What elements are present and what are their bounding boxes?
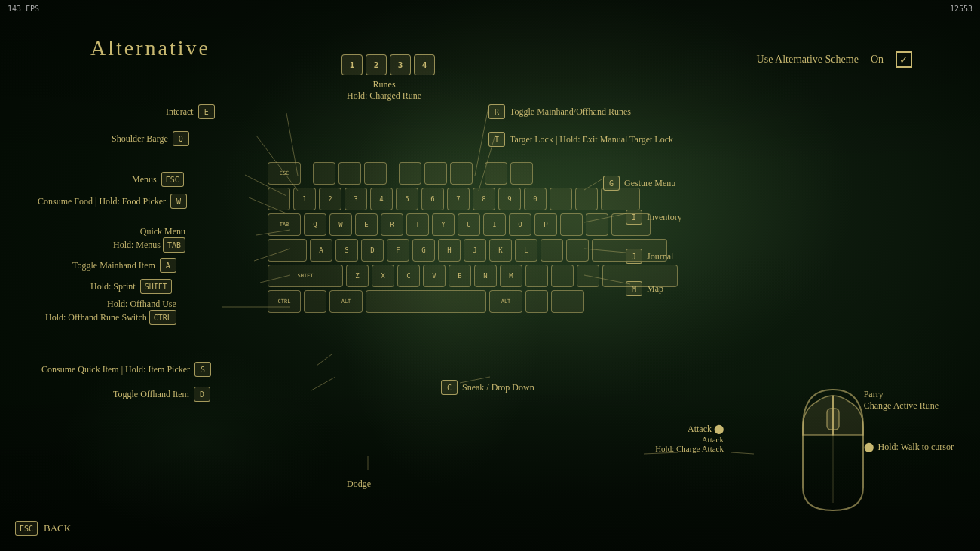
key-badge-a: A	[160, 258, 176, 273]
key-badge-esc-back: ESC	[15, 521, 38, 536]
key-w: W	[329, 213, 352, 236]
key-space	[366, 290, 486, 313]
key-0: 0	[524, 188, 547, 210]
key-e: E	[355, 213, 378, 236]
key-semicolon	[541, 239, 563, 262]
key-3: 3	[345, 188, 367, 210]
key-badge-t: T	[488, 132, 505, 147]
key-rbracket	[586, 213, 608, 236]
toggle-on-label: On	[871, 54, 884, 66]
annotation-j-journal: J Journal	[626, 249, 673, 264]
key-b: B	[449, 265, 471, 287]
key-6: 6	[421, 188, 444, 210]
key-k: K	[489, 239, 512, 262]
score-counter: 12553	[950, 5, 972, 13]
annotation-menus: Menus ESC	[132, 172, 184, 187]
key-f8	[510, 162, 533, 185]
key-backspace	[601, 188, 640, 210]
key-tab: TAB	[268, 213, 301, 236]
key-alt-l: ALT	[329, 290, 363, 313]
key-f7	[485, 162, 507, 185]
key-a: A	[310, 239, 332, 262]
key-f6	[450, 162, 473, 185]
annotation-m-map: M Map	[626, 281, 663, 296]
key-badge-ctrl: CTRL	[149, 310, 176, 325]
annotation-hold-offhand: Hold: Offhand Use Hold: Offhand Rune Swi…	[45, 298, 176, 325]
rune-key-2: 2	[366, 54, 387, 75]
svg-rect-21	[827, 409, 839, 430]
key-q: Q	[304, 213, 326, 236]
annotation-toggle-offhand: Toggle Offhand Item D	[113, 387, 210, 402]
key-m: M	[500, 265, 522, 287]
annotation-consume-quick: Consume Quick Item | Hold: Item Picker S	[41, 362, 211, 377]
key-x: X	[372, 265, 394, 287]
key-o: O	[509, 213, 531, 236]
key-tilde	[268, 188, 290, 210]
annotation-i-inventory: I Inventory	[626, 210, 682, 225]
key-badge-w: W	[170, 194, 187, 209]
rune-key-4: 4	[414, 54, 435, 75]
key-badge-tab: TAB	[163, 237, 185, 253]
annotation-parry: Parry Change Active Rune	[864, 389, 939, 412]
key-n: N	[474, 265, 497, 287]
key-h: H	[438, 239, 461, 262]
key-esc: ESC	[268, 162, 301, 185]
key-badge-s: S	[194, 362, 211, 377]
key-ctrl-l: CTRL	[268, 290, 301, 313]
annotation-shoulder-barge: Shoulder Barge Q	[112, 131, 189, 146]
key-y: Y	[432, 213, 455, 236]
annotation-attack: Attack ⬤ Attack Hold: Charge Attack	[655, 424, 724, 453]
key-caps	[268, 239, 307, 262]
back-button[interactable]: ESC BACK	[15, 521, 71, 536]
key-slash	[577, 265, 599, 287]
key-1: 1	[293, 188, 316, 210]
key-f4	[399, 162, 421, 185]
key-f1	[313, 162, 335, 185]
key-badge-g: G	[603, 176, 620, 191]
rune-key-3: 3	[390, 54, 411, 75]
annotation-walk-cursor: ⬤ Hold: Walk to cursor	[864, 442, 954, 453]
key-f: F	[387, 239, 409, 262]
rune-keys: 1 2 3 4	[341, 54, 435, 75]
key-badge-i: I	[626, 210, 642, 225]
key-period	[551, 265, 574, 287]
scheme-label: Use Alternative Scheme	[757, 54, 859, 66]
key-badge-esc: ESC	[161, 172, 184, 187]
key-9: 9	[498, 188, 521, 210]
key-f3	[364, 162, 387, 185]
annotation-interact: Interact E	[166, 104, 215, 119]
key-l: L	[515, 239, 537, 262]
key-comma	[525, 265, 548, 287]
key-s: S	[335, 239, 358, 262]
annotation-hold-sprint: Hold: Sprint SHIFT	[90, 279, 172, 294]
scheme-toggle-area: Use Alternative Scheme On ✓	[757, 51, 912, 68]
annotation-c-sneak: C Sneak / Drop Down	[441, 380, 534, 395]
fps-counter: 143 FPS	[8, 5, 39, 13]
key-i: I	[483, 213, 506, 236]
key-minus	[550, 188, 572, 210]
key-fn	[525, 290, 548, 313]
key-c: C	[397, 265, 420, 287]
runes-label: Runes Hold: Charged Rune	[347, 79, 421, 102]
key-badge-d: D	[194, 387, 210, 402]
key-j: J	[464, 239, 486, 262]
key-ctrl-r	[551, 290, 584, 313]
annotation-g-gesture: G Gesture Menu	[603, 176, 675, 191]
key-z: Z	[346, 265, 369, 287]
key-win	[304, 290, 326, 313]
key-2: 2	[319, 188, 341, 210]
rune-key-1: 1	[341, 54, 363, 75]
key-7: 7	[447, 188, 470, 210]
key-p: P	[534, 213, 557, 236]
key-r: R	[381, 213, 403, 236]
key-v: V	[423, 265, 446, 287]
key-badge-m: M	[626, 281, 642, 296]
key-4: 4	[370, 188, 393, 210]
annotation-quick-menu: Quick Menu Hold: Menus TAB	[113, 226, 185, 253]
key-g: G	[412, 239, 435, 262]
annotation-consume-food: Consume Food | Hold: Food Picker W	[38, 194, 187, 209]
scheme-checkbox[interactable]: ✓	[896, 51, 912, 68]
key-f2	[338, 162, 361, 185]
key-8: 8	[473, 188, 495, 210]
key-badge-q: Q	[173, 131, 189, 146]
